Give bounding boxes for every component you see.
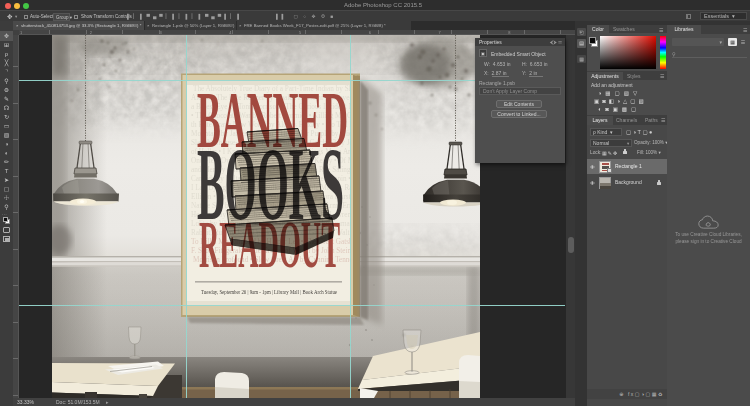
svg-text:Tuesday, September 26 | 9am -: Tuesday, September 26 | 9am - 1pm | Libr… xyxy=(201,288,337,295)
